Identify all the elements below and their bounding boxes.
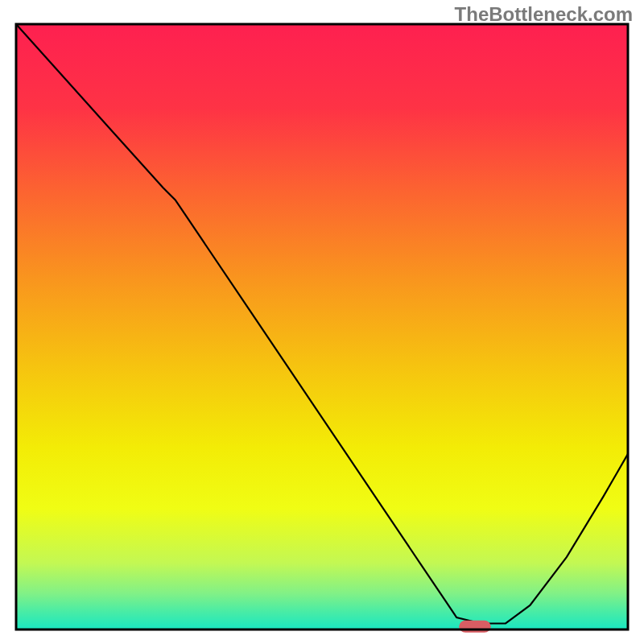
bottleneck-chart — [0, 0, 644, 644]
chart-background — [16, 24, 628, 630]
watermark-text: TheBottleneck.com — [455, 3, 633, 26]
